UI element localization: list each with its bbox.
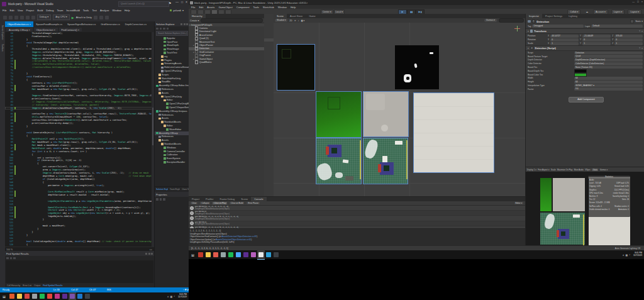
close-icon[interactable] (186, 23, 188, 25)
gear-icon[interactable]: ≡ (641, 47, 643, 50)
doc-tab[interactable]: DepthCorrection.cs (123, 21, 149, 27)
tab-hierarchy[interactable]: Hierarchy (189, 14, 206, 18)
solution-platform-dropdown[interactable]: Any CPU ▾ (53, 14, 70, 20)
2d-toggle[interactable]: 2D (289, 19, 292, 22)
create-dropdown[interactable]: Create ▾ (190, 19, 199, 22)
alphabetical-icon[interactable] (160, 198, 162, 201)
layer-dropdown[interactable]: Default (591, 25, 643, 28)
console-error-pause-button[interactable]: Error Pause (246, 201, 260, 206)
taskbar-app-icon[interactable] (235, 250, 242, 259)
maximize-icon[interactable] (184, 23, 186, 25)
close-icon[interactable]: × (641, 0, 643, 3)
save-all-button[interactable] (31, 16, 35, 19)
tab-project[interactable]: Project (189, 197, 203, 201)
tab-project-settings[interactable]: Project Settings (542, 14, 565, 18)
object-name[interactable]: Detection (536, 20, 629, 23)
close-icon[interactable]: × (186, 0, 187, 4)
transform-value-field[interactable]: 373.43 (614, 35, 643, 38)
console-clear-on-play-button[interactable]: Clear on Play (212, 201, 228, 206)
console-log-entry[interactable]: [21:34:32] [1, -1, -1, -1, -1, 5, -1, -1… (189, 206, 525, 211)
quad-lego-board-b[interactable] (364, 138, 408, 184)
taskbar-app-icon[interactable] (250, 250, 257, 259)
add-component-button[interactable]: Add Component (569, 97, 604, 103)
object-field[interactable]: None (Texture 2D) (574, 66, 643, 69)
game-toolbar-maximize-on-play[interactable]: Maximize On Play (557, 169, 572, 171)
code-editor[interactable]: 60 ThresholdImage(source);61 FindContour… (5, 32, 154, 247)
tab-asset-store[interactable]: Asset Store (287, 14, 306, 18)
taskbar-app-icon[interactable] (197, 250, 204, 259)
scene-search-input[interactable] (499, 18, 524, 23)
solution-search-input[interactable]: Search Solution Explorer (Ctrl+;) (156, 31, 188, 36)
clear-icon[interactable] (6, 257, 9, 260)
taskbar-app-icon[interactable] (53, 292, 61, 300)
object-field[interactable]: Detection (574, 52, 643, 55)
next-icon[interactable] (13, 257, 16, 260)
unity-menu-edit[interactable]: Edit (199, 6, 203, 9)
start-button-icon[interactable]: ⊞ (3, 294, 6, 299)
gizmos-dropdown[interactable]: Gizmos ▾ (484, 19, 497, 22)
vs-menu-debug[interactable]: Debug (46, 9, 53, 12)
console-editor-dropdown[interactable]: Editor ▾ (514, 201, 525, 206)
properties-header[interactable]: Properties (155, 192, 189, 197)
game-toolbar-stats[interactable]: Stats (592, 169, 598, 171)
tray-icon[interactable]: ∧ (623, 253, 625, 257)
breadcrumb-project-dropdown[interactable]: Assembly-CSharp ▾ (6, 28, 33, 31)
taskbar-app-icon[interactable] (212, 250, 219, 259)
stack-trace-link[interactable]: Assets/Detection/ObjectDetection.cs:69 (221, 235, 257, 238)
step-over-button[interactable] (94, 16, 97, 19)
feedback-flag-icon[interactable]: ⚑ (169, 1, 171, 5)
tray-icon[interactable]: ▦ (170, 295, 173, 298)
game-toolbar-scale[interactable]: Scale (551, 169, 556, 171)
quick-launch-input[interactable]: Quick Launch (Ctrl+Q) (118, 1, 169, 7)
transform-value-field[interactable]: 1 (614, 42, 643, 45)
tray-icon[interactable]: ♪ (174, 295, 175, 297)
panel-tab-solution-explorer[interactable]: Solution Explorer (156, 188, 168, 191)
vs-account[interactable]: yolandi ▾ (170, 8, 184, 13)
console-clear-button[interactable]: Clear (190, 201, 198, 206)
close-icon[interactable] (151, 253, 153, 255)
find-symbol-header[interactable]: Find Symbol Results (5, 251, 154, 256)
help-icon[interactable]: ? (639, 30, 640, 33)
taskbar-app-icon[interactable] (31, 292, 38, 300)
zoom-level-dropdown[interactable]: 100 % (6, 248, 13, 251)
solution-explorer-header[interactable]: Solution Explorer (155, 21, 189, 26)
active-checkbox[interactable]: ✓ (532, 19, 536, 23)
tab-profiler[interactable]: Profiler (203, 197, 216, 201)
vs-menu-project[interactable]: Project (26, 9, 34, 12)
vs-menu-team[interactable]: Team (57, 9, 63, 12)
object-field[interactable]: ColorDetector (ColorDetection) (574, 62, 643, 65)
transform-value-field[interactable]: 1 (550, 42, 579, 45)
bottom-tab-call-hierarchy[interactable]: Call Hierarchy (7, 284, 20, 287)
quad-board-large[interactable] (414, 93, 494, 172)
transform-value-field[interactable]: 0 (582, 38, 611, 42)
panel-tab-team-explorer[interactable]: Team Explorer (170, 188, 180, 191)
dock-splitter[interactable] (264, 14, 274, 196)
breadcrumb-method-dropdown[interactable]: FindContours() ▾ (59, 28, 82, 31)
taskbar-app-icon[interactable] (265, 250, 272, 259)
sync-icon[interactable] (167, 28, 169, 30)
taskbar-app-icon[interactable] (16, 292, 23, 300)
new-file-button[interactable] (14, 16, 18, 19)
doc-tab[interactable]: SpawnSignsBehaviour.cs (65, 21, 98, 27)
property-pages-icon[interactable] (163, 198, 165, 201)
quad-depth-raw[interactable] (277, 45, 314, 90)
tab-lighting[interactable]: Lighting (565, 14, 580, 18)
console-log-entry[interactable]: [21:34:32] [1, -1, -1, -1, 2, 6, -1, -1,… (189, 216, 525, 221)
console-log-entry[interactable]: [21:34:32] 3UnityEngine.MonoBehaviour:pr… (189, 211, 525, 216)
maximize-icon[interactable]: □ (637, 0, 638, 3)
tab-scene[interactable]: Scene (274, 14, 287, 18)
console-log-entry[interactable]: [21:34:33] 3UnityEngine.MonoBehaviour:pr… (189, 221, 525, 226)
side-tab-toolbox[interactable]: Toolbox (1, 44, 4, 52)
taskbar-app-icon[interactable] (204, 250, 212, 259)
doc-tab[interactable]: GridGenerator.cs (98, 21, 122, 27)
back-button[interactable] (3, 16, 7, 19)
vs-menu-build[interactable]: Build (37, 9, 43, 12)
vs-menu-tools[interactable]: Tools (83, 9, 89, 12)
bottom-tab-error-list[interactable]: Error List (23, 284, 31, 287)
static-dropdown[interactable]: Static ▾ (635, 20, 643, 23)
transform-value-field[interactable]: 0 (550, 38, 579, 42)
forward-button[interactable] (9, 16, 13, 19)
breadcrumb-class-dropdown[interactable]: ObjectDetection ▾ (34, 28, 58, 31)
unity-menu-assets[interactable]: Assets (207, 6, 214, 9)
console-clear-on-build-button[interactable]: Clear on Build (229, 201, 245, 206)
